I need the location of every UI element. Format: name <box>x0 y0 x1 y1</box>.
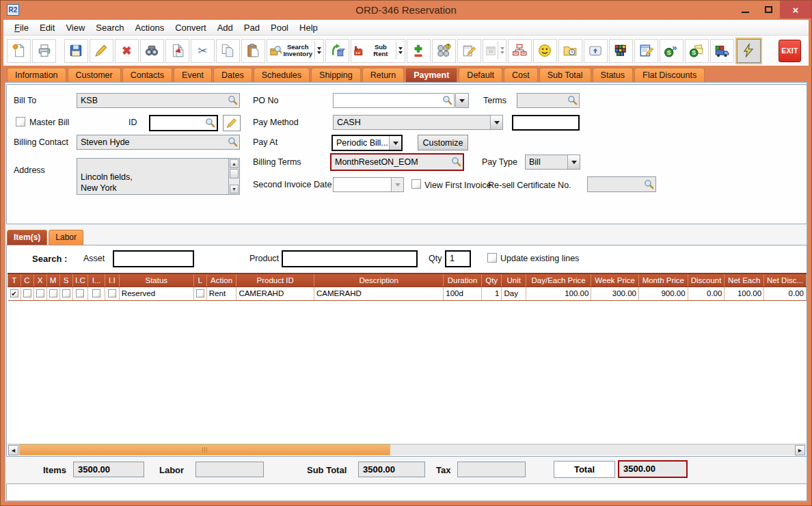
chevron-down-icon[interactable] <box>389 136 401 150</box>
maximize-button[interactable] <box>757 1 780 18</box>
tab-dates[interactable]: Dates <box>213 68 252 83</box>
pool-button[interactable]: ? <box>432 39 456 63</box>
row-checkbox-ii[interactable] <box>108 289 116 297</box>
close-button[interactable]: × <box>780 1 811 18</box>
view-first-invoice-checkbox[interactable] <box>411 179 421 189</box>
print-button[interactable] <box>32 39 56 63</box>
tab-return[interactable]: Return <box>362 68 405 83</box>
scroll-right-icon[interactable]: ▶ <box>795 445 805 455</box>
tab-labor[interactable]: Labor <box>49 230 83 245</box>
chevron-down-icon[interactable] <box>490 116 502 129</box>
cut-button[interactable]: ✂ <box>191 39 215 63</box>
search-icon[interactable] <box>205 118 215 128</box>
terms-field[interactable] <box>517 93 580 108</box>
copy-button[interactable] <box>216 39 240 63</box>
bill-to-field[interactable]: KSB <box>77 93 240 108</box>
update-existing-lines-checkbox[interactable] <box>487 253 497 263</box>
second-invoice-date-combo[interactable] <box>333 177 404 192</box>
chevron-down-icon[interactable] <box>567 155 580 169</box>
sub-rent-button[interactable]: Sub Rent <box>351 39 405 63</box>
billing-contact-field[interactable]: Steven Hyde <box>77 135 240 150</box>
master-bill-checkbox[interactable] <box>16 117 25 126</box>
new-button[interactable] <box>7 39 31 63</box>
search-icon[interactable] <box>451 157 461 167</box>
resell-certificate-field[interactable] <box>587 176 656 192</box>
menu-search[interactable]: Search <box>90 21 129 35</box>
invoice-notes-button[interactable]: S <box>685 39 709 63</box>
convert-button[interactable] <box>325 39 349 63</box>
row-checkbox-m[interactable] <box>49 289 57 297</box>
tab-default[interactable]: Default <box>459 68 502 83</box>
scrollbar-thumb[interactable] <box>19 444 390 455</box>
scroll-left-icon[interactable]: ◀ <box>8 445 18 455</box>
hierarchy-button[interactable] <box>508 39 532 63</box>
scrollbar-thumb[interactable] <box>230 169 239 178</box>
blocks-button[interactable] <box>609 39 633 63</box>
tab-status[interactable]: Status <box>593 68 633 83</box>
menu-file[interactable]: File <box>9 21 34 35</box>
lightning-button[interactable] <box>737 39 761 63</box>
add-line-button[interactable] <box>407 39 431 63</box>
save-button[interactable] <box>64 39 88 63</box>
search-icon[interactable] <box>228 137 238 147</box>
horizontal-scrollbar[interactable]: ◀ ▶ <box>8 444 806 455</box>
pay-at-combo[interactable]: Periodic Bill... <box>331 135 403 151</box>
tab-cost[interactable]: Cost <box>504 68 538 83</box>
notes-button[interactable] <box>457 39 481 63</box>
asset-input[interactable] <box>113 250 194 267</box>
menu-pool[interactable]: Pool <box>265 21 294 35</box>
customize-button[interactable]: Customize <box>418 135 468 150</box>
tab-sub-total[interactable]: Sub Total <box>539 68 591 83</box>
search-icon[interactable] <box>228 95 238 105</box>
qty-input[interactable]: 1 <box>445 250 471 267</box>
address-scrollbar[interactable]: ▲ ▼ <box>228 159 239 194</box>
id-field[interactable] <box>149 115 218 131</box>
exit-button[interactable]: EXIT <box>779 40 801 62</box>
menu-convert[interactable]: Convert <box>170 21 212 35</box>
menu-actions[interactable]: Actions <box>130 21 170 35</box>
pay-method-combo[interactable]: CASH <box>333 115 503 130</box>
scroll-up-icon[interactable]: ▲ <box>230 159 239 168</box>
tab-schedules[interactable]: Schedules <box>254 68 310 83</box>
payment-forward-button[interactable]: S » <box>660 39 684 63</box>
table-row[interactable]: ✔ Reserved Rent CAMERAHD CAMERAHD 100d 1… <box>8 287 807 300</box>
billing-terms-field[interactable]: MonthResetON_EOM <box>330 153 464 171</box>
menu-add[interactable]: Add <box>212 21 239 35</box>
tab-contacts[interactable]: Contacts <box>122 68 172 83</box>
sub-rent-dropdown[interactable] <box>396 42 403 59</box>
transfer-button[interactable] <box>165 39 189 63</box>
history-button[interactable] <box>558 39 582 63</box>
menu-pad[interactable]: Pad <box>239 21 265 35</box>
delivery-button[interactable] <box>710 39 734 63</box>
row-checkbox-s[interactable] <box>62 289 70 297</box>
edit-document-button[interactable] <box>634 39 658 63</box>
po-no-dropdown-button[interactable] <box>455 93 469 108</box>
menu-help[interactable]: Help <box>294 21 323 35</box>
product-input[interactable] <box>282 250 418 267</box>
tab-payment[interactable]: Payment <box>405 68 457 83</box>
search-icon[interactable] <box>442 95 452 105</box>
tab-flat-discounts[interactable]: Flat Discounts <box>634 68 705 83</box>
row-checkbox-i[interactable] <box>92 289 100 297</box>
row-checkbox-x[interactable] <box>36 289 44 297</box>
shortcut-button[interactable] <box>584 39 608 63</box>
row-checkbox-ic[interactable] <box>76 289 84 297</box>
paste-button[interactable] <box>241 39 265 63</box>
find-button[interactable] <box>140 39 164 63</box>
minimize-button[interactable] <box>733 1 757 18</box>
tab-items[interactable]: Item(s) <box>7 230 47 245</box>
tab-shipping[interactable]: Shipping <box>311 68 361 83</box>
row-checkbox-t[interactable]: ✔ <box>10 289 18 297</box>
search-icon[interactable] <box>644 179 654 189</box>
pay-method-extra-field[interactable] <box>512 115 580 131</box>
smiley-button[interactable] <box>533 39 557 63</box>
edit-id-button[interactable] <box>223 115 241 131</box>
edit-button[interactable] <box>90 39 113 63</box>
row-checkbox-c[interactable] <box>23 289 31 297</box>
search-icon[interactable] <box>567 95 578 105</box>
delete-button[interactable]: ✖ <box>115 39 139 63</box>
address-field[interactable]: Lincoln fields, New York New York ▲ ▼ <box>77 158 240 195</box>
pay-type-combo[interactable]: Bill <box>525 155 580 170</box>
menu-edit[interactable]: Edit <box>34 21 60 35</box>
po-no-field[interactable] <box>333 93 455 108</box>
